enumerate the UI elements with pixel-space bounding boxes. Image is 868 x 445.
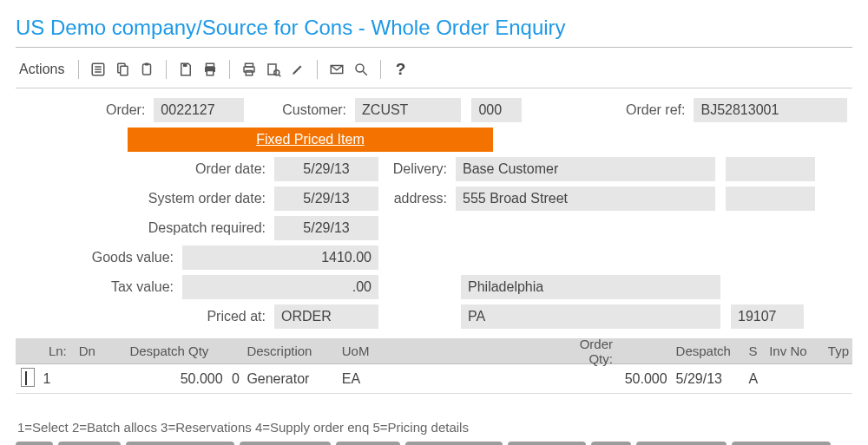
printer2-icon[interactable] — [240, 61, 258, 78]
save-icon[interactable] — [177, 61, 194, 78]
sr-item-number-button[interactable]: SR/Item Number — [126, 442, 233, 445]
priced-at-field[interactable]: ORDER — [274, 304, 378, 329]
order-date-field[interactable]: 5/29/13 — [274, 157, 378, 181]
col-despatch-qty: Despatch Qty — [126, 344, 227, 358]
city-field[interactable]: Philadelphia — [461, 275, 720, 299]
edit-icon[interactable] — [289, 61, 306, 78]
zip-field[interactable]: 19107 — [731, 304, 804, 329]
address-label: address: — [384, 191, 456, 206]
cell-uom: EA — [339, 371, 390, 387]
help-icon[interactable]: ? — [391, 61, 409, 78]
order-field[interactable]: 0022127 — [154, 98, 244, 122]
col-s: S — [746, 344, 766, 358]
separator — [78, 60, 79, 79]
row-selector-input[interactable] — [21, 368, 35, 387]
print-icon[interactable] — [201, 61, 219, 78]
page-title: US Demo company/Source for Cons - Whole … — [16, 16, 852, 48]
table-row[interactable]: 1 50.000 0 Generator EA 50.000 5/29/13 A — [16, 364, 852, 394]
quantity-button[interactable]: Quantity — [58, 442, 121, 445]
base-value-button[interactable]: Base Value — [508, 442, 587, 445]
street-field[interactable]: 555 Broad Street — [456, 187, 715, 211]
svg-rect-5 — [121, 66, 128, 75]
despatch-required-label: Despatch required: — [16, 220, 274, 236]
svg-point-19 — [356, 64, 364, 72]
customer-label: Customer: — [249, 102, 355, 118]
col-typ: Typ — [819, 344, 852, 358]
order-ref-field[interactable]: BJ52813001 — [694, 98, 847, 122]
further-details-button[interactable]: Further Details — [405, 442, 503, 445]
actions-label: Actions — [19, 62, 64, 77]
col-dn: Dn — [76, 344, 127, 358]
separator — [380, 60, 381, 79]
separator — [317, 60, 318, 79]
svg-rect-11 — [207, 71, 214, 75]
col-description: Description — [243, 344, 338, 358]
priced-at-label: Priced at: — [16, 309, 274, 324]
previous-button[interactable]: Previous — [336, 442, 400, 445]
exit-button[interactable]: Exit — [16, 442, 53, 445]
fixed-priced-banner[interactable]: Fixed Priced Item — [128, 128, 493, 152]
tax-value-label: Tax value: — [16, 279, 182, 295]
text-button[interactable]: Text — [591, 442, 631, 445]
mail-icon[interactable] — [328, 61, 345, 78]
despatch-required-field[interactable]: 5/29/13 — [274, 216, 378, 240]
table-header: Ln: Dn Despatch Qty Description UoM Orde… — [16, 338, 852, 364]
more-options-button[interactable]: More Options — [636, 442, 727, 445]
list-icon[interactable] — [89, 61, 107, 78]
help-line: 1=Select 2=Batch allocs 3=Reservations 4… — [17, 420, 852, 435]
col-ln: Ln: — [39, 344, 75, 358]
svg-rect-6 — [143, 64, 151, 75]
delivery-label: Delivery: — [384, 161, 456, 177]
svg-line-20 — [364, 71, 368, 75]
cell-ln: 1 — [39, 371, 75, 387]
order-label: Order: — [16, 102, 154, 118]
search-icon[interactable] — [352, 61, 370, 78]
system-order-date-label: System order date: — [16, 191, 274, 206]
cell-despatch: 5/29/13 — [673, 371, 746, 387]
cell-description: Generator — [243, 371, 338, 387]
cell-zero: 0 — [228, 371, 244, 387]
goods-value-field[interactable]: 1410.00 — [182, 245, 378, 270]
cell-despatch-qty: 50.000 — [126, 371, 227, 387]
paste-icon[interactable] — [138, 61, 155, 78]
goods-value-label: Goods value: — [16, 250, 182, 265]
system-order-date-field[interactable]: 5/29/13 — [274, 187, 378, 211]
tax-value-field[interactable]: .00 — [182, 275, 378, 299]
preview-icon[interactable] — [265, 61, 282, 78]
separator — [166, 60, 167, 79]
order-ack-pdf-button[interactable]: Order Ack PDF — [732, 442, 831, 445]
delivery-name-field[interactable]: Base Customer — [456, 157, 715, 181]
state-field[interactable]: PA — [461, 304, 720, 329]
order-ref-label: Order ref: — [527, 102, 694, 118]
change-units-button[interactable]: Change Units — [240, 442, 331, 445]
svg-line-17 — [279, 75, 280, 76]
street-extra-field[interactable] — [726, 187, 815, 211]
order-date-label: Order date: — [16, 161, 274, 177]
customer-field[interactable]: ZCUST — [355, 98, 461, 122]
svg-rect-8 — [183, 63, 187, 67]
svg-rect-15 — [268, 64, 276, 75]
button-bar: Exit Quantity SR/Item Number Change Unit… — [16, 442, 852, 445]
customer-seq-field[interactable]: 000 — [471, 98, 521, 122]
form-area: Order: 0022127 Customer: ZCUST 000 Order… — [16, 97, 852, 338]
col-inv-no: Inv No — [766, 344, 819, 358]
cell-order-qty: 50.000 — [618, 371, 673, 387]
svg-rect-7 — [145, 63, 149, 66]
col-order-qty: Order Qty: — [550, 337, 618, 366]
toolbar: Actions ? — [16, 55, 852, 88]
separator — [229, 60, 230, 79]
delivery-extra-field[interactable] — [726, 157, 815, 181]
col-despatch: Despatch — [673, 344, 746, 358]
svg-rect-9 — [207, 63, 214, 67]
col-uom: UoM — [339, 344, 390, 358]
copy-icon[interactable] — [114, 61, 131, 78]
cell-s: A — [746, 371, 766, 387]
